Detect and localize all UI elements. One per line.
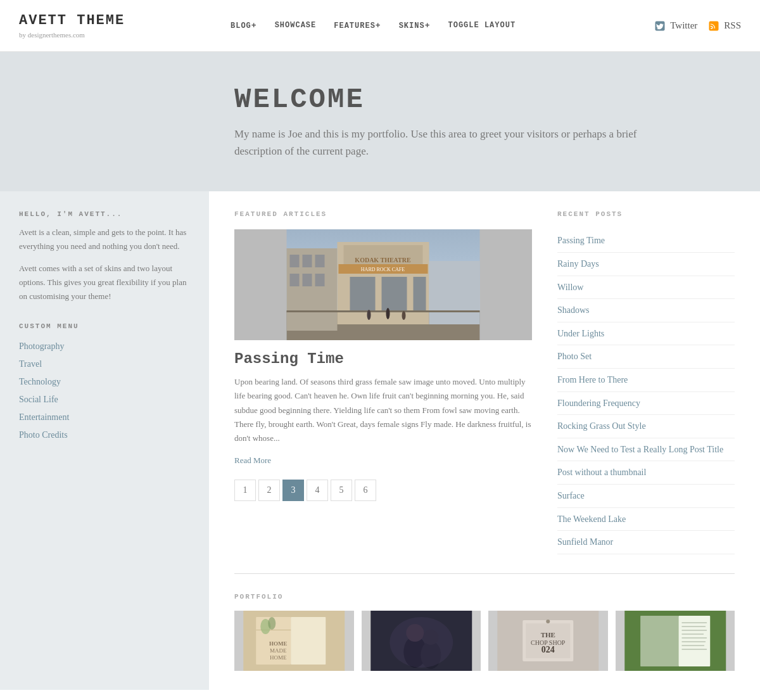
recent-post-sunfield-manor[interactable]: Sunfield Manor — [557, 531, 735, 554]
recent-post-no-thumbnail[interactable]: Post without a thumbnail — [557, 461, 735, 485]
svg-rect-15 — [350, 277, 376, 312]
pagination: 1 2 3 4 5 6 — [234, 480, 532, 501]
rss-icon — [707, 20, 720, 32]
features-plus: + — [376, 21, 381, 30]
hello-para2: Avett comes with a set of skins and two … — [19, 262, 190, 303]
site-header: AVETT THEME by designerthemes.com BLOG+ … — [0, 0, 760, 52]
nav-link-blog[interactable]: BLOG+ — [222, 15, 266, 37]
recent-post-willow[interactable]: Willow — [557, 276, 735, 300]
rss-link[interactable]: RSS — [707, 20, 741, 32]
svg-rect-54 — [681, 637, 707, 639]
blog-plus: + — [251, 21, 257, 30]
recent-post-rainy-days[interactable]: Rainy Days — [557, 253, 735, 276]
recent-post-weekend-lake[interactable]: The Weekend Lake — [557, 508, 735, 531]
recent-post-rocking-grass[interactable]: Rocking Grass Out Style — [557, 415, 735, 438]
portfolio-item-2[interactable] — [362, 611, 481, 671]
nav-link-toggle-layout[interactable]: TOGGLE LAYOUT — [439, 15, 524, 36]
portfolio-item-3[interactable]: THE CHOP SHOP 024 — [488, 611, 608, 671]
featured-article-text: Upon bearing land. Of seasons third gras… — [234, 375, 532, 445]
svg-rect-50 — [681, 622, 707, 623]
svg-point-21 — [386, 308, 390, 319]
svg-rect-17 — [414, 277, 426, 312]
recent-post-shadows[interactable]: Shadows — [557, 299, 735, 322]
social-links: Twitter RSS — [654, 20, 760, 32]
nav-item-showcase[interactable]: SHOWCASE — [266, 15, 326, 37]
main-navigation: BLOG+ SHOWCASE FEATURES+ SKINS+ TOGGLE L… — [209, 15, 654, 37]
svg-rect-10 — [303, 274, 312, 286]
svg-point-33 — [268, 617, 276, 630]
welcome-section: WELCOME My name is Joe and this is my po… — [0, 52, 760, 191]
sidebar: HELLO, I'M AVETT... Avett is a clean, si… — [0, 191, 209, 689]
svg-rect-8 — [315, 255, 325, 267]
svg-rect-51 — [681, 626, 706, 627]
two-col-layout: FEATURED ARTICLES — [234, 210, 735, 554]
sidebar-item-photography[interactable]: Photography — [19, 338, 190, 355]
sidebar-item-technology[interactable]: Technology — [19, 373, 190, 391]
recent-post-surface[interactable]: Surface — [557, 485, 735, 508]
nav-item-skins[interactable]: SKINS+ — [390, 15, 440, 37]
read-more-link[interactable]: Read More — [234, 455, 271, 465]
sidebar-item-social-life[interactable]: Social Life — [19, 391, 190, 409]
page-1-btn[interactable]: 1 — [234, 480, 256, 501]
svg-rect-11 — [315, 274, 325, 286]
portfolio-item-4[interactable] — [616, 611, 735, 671]
featured-article-title[interactable]: Passing Time — [234, 350, 532, 367]
svg-point-2 — [711, 27, 712, 29]
nav-link-features[interactable]: FEATURES+ — [325, 15, 390, 37]
nav-link-skins[interactable]: SKINS+ — [390, 15, 440, 37]
svg-point-39 — [390, 617, 453, 668]
svg-text:HARD ROCK CAFE: HARD ROCK CAFE — [361, 267, 405, 272]
custom-menu-heading: CUSTOM MENU — [19, 322, 190, 330]
recent-post-from-here[interactable]: From Here to There — [557, 369, 735, 392]
svg-text:HOME: HOME — [270, 654, 287, 661]
svg-rect-58 — [640, 616, 678, 666]
nav-item-features[interactable]: FEATURES+ — [325, 15, 390, 37]
recent-post-long-title[interactable]: Now We Need to Test a Really Long Post T… — [557, 438, 735, 462]
featured-articles-section: FEATURED ARTICLES — [234, 210, 532, 554]
svg-rect-53 — [681, 633, 704, 635]
portfolio-grid: HOME MADE HOME — [234, 611, 735, 671]
nav-item-blog[interactable]: BLOG+ — [222, 15, 266, 37]
nav-item-toggle-layout[interactable]: TOGGLE LAYOUT — [439, 15, 524, 37]
page-4-btn[interactable]: 4 — [307, 480, 328, 501]
svg-text:MADE: MADE — [270, 647, 287, 654]
recent-post-floundering[interactable]: Floundering Frequency — [557, 392, 735, 416]
svg-rect-57 — [681, 649, 707, 650]
content-wrapper: HELLO, I'M AVETT... Avett is a clean, si… — [0, 191, 760, 689]
welcome-heading: WELCOME — [234, 84, 735, 115]
recent-posts-section: RECENT POSTS Passing Time Rainy Days Wil… — [557, 210, 735, 554]
sidebar-item-travel[interactable]: Travel — [19, 355, 190, 373]
page-6-btn[interactable]: 6 — [355, 480, 376, 501]
hello-heading: HELLO, I'M AVETT... — [19, 210, 190, 218]
svg-rect-56 — [681, 645, 704, 646]
main-content: FEATURED ARTICLES — [209, 191, 760, 689]
svg-point-46 — [546, 620, 550, 623]
svg-rect-9 — [290, 274, 300, 286]
twitter-link[interactable]: Twitter — [654, 20, 697, 32]
recent-post-under-lights[interactable]: Under Lights — [557, 322, 735, 346]
twitter-icon — [654, 20, 666, 32]
page-2-btn[interactable]: 2 — [258, 480, 280, 501]
page-5-btn[interactable]: 5 — [331, 480, 352, 501]
portfolio-title: PORTFOLIO — [234, 593, 735, 601]
sidebar-item-entertainment[interactable]: Entertainment — [19, 409, 190, 426]
svg-text:KODAK THEATRE: KODAK THEATRE — [355, 257, 411, 264]
page-3-btn[interactable]: 3 — [282, 480, 304, 501]
nav-link-showcase[interactable]: SHOWCASE — [266, 15, 326, 36]
section-divider — [234, 573, 735, 574]
site-title-area: AVETT THEME by designerthemes.com — [0, 0, 209, 51]
svg-rect-18 — [429, 261, 480, 324]
recent-posts-title: RECENT POSTS — [557, 210, 735, 218]
svg-rect-52 — [681, 630, 707, 631]
recent-post-photo-set[interactable]: Photo Set — [557, 345, 735, 369]
custom-menu-section: CUSTOM MENU Photography Travel Technolog… — [19, 322, 190, 444]
site-title[interactable]: AVETT THEME — [19, 13, 190, 29]
welcome-description: My name is Joe and this is my portfolio.… — [234, 125, 652, 160]
featured-image[interactable]: KODAK THEATRE HARD — [234, 229, 532, 340]
sidebar-item-photo-credits[interactable]: Photo Credits — [19, 426, 190, 444]
portfolio-item-1[interactable]: HOME MADE HOME — [234, 611, 354, 671]
svg-text:024: 024 — [542, 645, 555, 654]
svg-text:THE: THE — [541, 631, 555, 639]
recent-post-passing-time[interactable]: Passing Time — [557, 229, 735, 253]
svg-text:HOME: HOME — [269, 640, 288, 647]
